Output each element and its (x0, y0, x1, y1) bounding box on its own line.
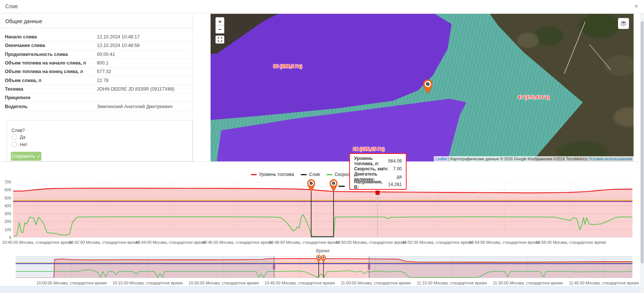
chart-drain-marker-pin[interactable] (306, 179, 316, 193)
legend-dash-icon (301, 174, 307, 175)
chart-legend: Уровень топливаСливСкоростьНапряжение (13, 172, 632, 177)
x-axis-tick-label: 10:48:00 Москва, стандартное время (269, 240, 340, 245)
navigator-tick-label: 11:30:00 Москва, стандартное время (493, 281, 563, 285)
table-row: Начало слива12.10.2024 10:48:17 (5, 33, 193, 41)
details-panel: Общие данные Начало слива12.10.2024 10:4… (0, 14, 193, 161)
drain-pin-icon (321, 255, 326, 262)
row-value: 12.10.2024 10:48:17 (97, 34, 140, 40)
map-drain-marker-pin[interactable] (422, 79, 433, 95)
table-row: Объем топлива на конец слива, л577.32 (5, 67, 193, 76)
table-row: Объем слива, л22.78 (5, 76, 193, 85)
tooltip-row: Напряжение, В:14.261 (354, 180, 402, 188)
x-axis-tick-label: 10:46:00 Москва, стандартное время (202, 240, 273, 245)
legend-dash-icon (251, 174, 257, 175)
table-row: Объем топлива на начало слива, л600.1 (5, 59, 193, 67)
zoom-out-button[interactable]: − (215, 25, 224, 34)
tooltip-value: 564.09 (388, 158, 402, 164)
page-title: Слив (5, 3, 18, 9)
tooltip-row: Уровень топлива, л:564.09 (354, 157, 402, 165)
navigator-tick-label: 10:30:00 Москва, стандартное время (189, 281, 259, 285)
terms-link[interactable]: Условия использования (588, 157, 632, 161)
row-label: Начало слива (5, 34, 97, 40)
radio-icon[interactable] (12, 142, 17, 147)
navigator-tick-label: 11:00:00 Москва, стандартное время (341, 281, 411, 285)
tooltip-label: Уровень топлива, л: (354, 156, 388, 166)
row-value: JOHN DEERE JD 8335R (0911TX68) (97, 86, 174, 92)
field-label-47: 47 (175,43 Га) (518, 94, 549, 100)
legend-item-0[interactable]: Уровень топлива (251, 172, 294, 177)
navigator-tick-label: 11:15:00 Москва, стандартное время (417, 281, 487, 285)
section-title: Общие данные (0, 14, 193, 29)
row-value: 22.78 (97, 78, 108, 83)
x-axis-tick-label: 10:50:00 Москва, стандартное время (336, 240, 406, 245)
section-divider (0, 161, 644, 162)
field-label-28: 28 (235,25 Га) (353, 146, 385, 152)
y-axis-tick-label: 500 (1, 196, 11, 200)
x-axis-tick-label: 10:44:00 Москва, стандартное время (136, 240, 206, 245)
close-icon[interactable]: × (634, 3, 638, 10)
row-value: Землянский Анатолий Дмитриевич (97, 104, 173, 109)
layers-button[interactable] (618, 18, 629, 29)
form-question: Слив? (12, 128, 25, 133)
row-label: Объем слива, л (5, 78, 97, 83)
table-row: ВодительЗемлянский Анатолий Дмитриевич (5, 102, 193, 111)
legend-label: Уровень топлива (259, 172, 294, 177)
window-titlebar: Слив × (0, 0, 644, 13)
table-row: Продолжительность слива00:00:41 (5, 50, 193, 59)
save-button[interactable]: Сохранить ✓ (11, 152, 41, 161)
row-label: Объем топлива на конец слива, л (5, 69, 97, 74)
tooltip-label: Напряжение, В: (354, 179, 388, 190)
footer-bar (0, 286, 644, 293)
leaflet-link[interactable]: Leaflet (435, 157, 447, 161)
scrollbar-thumb[interactable] (641, 21, 644, 264)
checkmark-icon: ✓ (37, 154, 40, 159)
y-axis-tick-label: 700 (1, 180, 11, 184)
attribution-text: Картографические данные © 2016 Google Из… (450, 157, 588, 161)
row-value: 12.10.2024 10:48:58 (97, 43, 140, 48)
x-axis-tick-label: 10:40:00 Москва, стандартное время (2, 240, 73, 245)
scrollbar[interactable] (640, 14, 644, 293)
row-label: Объем топлива на начало слива, л (5, 60, 97, 66)
table-row: Прицепное (5, 94, 193, 102)
map-zoom-control: + − (215, 17, 224, 34)
field-label-30: 30 (199,5 Га) (273, 63, 302, 69)
row-label: Прицепное (5, 95, 97, 100)
radio-option-no[interactable]: Нет (12, 142, 27, 147)
chart-drain-marker-pin[interactable] (329, 179, 338, 193)
radio-option-yes[interactable]: Да (12, 134, 25, 140)
navigator-tick-label: 10:45:00 Москва, стандартное время (265, 281, 335, 285)
row-label: Техника (5, 86, 97, 92)
y-axis-tick-label: 200 (1, 219, 11, 224)
x-axis-tick-label: 10:42:00 Москва, стандартное время (69, 240, 139, 245)
tooltip-value: 14.261 (388, 182, 402, 187)
x-axis-tick-label: 10:52:00 Москва, стандартное время (402, 240, 473, 245)
x-axis-title: Время (13, 248, 632, 253)
row-label: Окончание слива (5, 43, 97, 48)
navigator-tick-label: 10:15:00 Москва, стандартное время (113, 281, 183, 285)
drain-pin-icon (329, 179, 338, 192)
layers-icon (620, 21, 627, 26)
chart-tooltip: Уровень топлива, л:564.09Скорость, км/ч:… (349, 153, 407, 190)
legend-dash-icon (326, 174, 332, 175)
radio-icon[interactable] (12, 134, 17, 140)
navigator-drain-marker-pin[interactable] (321, 255, 326, 264)
y-axis-tick-label: 400 (1, 204, 11, 208)
x-axis-tick-label: 10:54:00 Москва, стандартное время (469, 240, 540, 245)
zoom-in-button[interactable]: + (215, 17, 224, 25)
row-value: 00:00:41 (97, 52, 115, 57)
navigator-tick-label: 11:45:00 Москва, стандартное время (569, 281, 639, 285)
table-row: ТехникаJOHN DEERE JD 8335R (0911TX68) (5, 85, 193, 94)
y-axis-tick-label: 100 (1, 227, 11, 232)
y-axis-tick-label: 600 (1, 188, 11, 192)
map-attribution: Leaflet | Картографические данные © 2016… (434, 156, 634, 161)
fullscreen-button[interactable] (215, 35, 224, 44)
x-axis-tick-label: 10:56:00 Москва, стандартное время (536, 240, 606, 245)
drain-pin-icon (306, 179, 316, 192)
legend-item-1[interactable]: Слив (301, 172, 320, 177)
main-plot-svg (13, 182, 632, 237)
legend-label: Слив (309, 172, 320, 177)
main-chart[interactable] (13, 182, 632, 237)
row-value: 600.1 (97, 60, 108, 66)
y-axis-tick-label: 300 (1, 211, 11, 216)
tooltip-label: Скорость, км/ч: (354, 166, 388, 171)
